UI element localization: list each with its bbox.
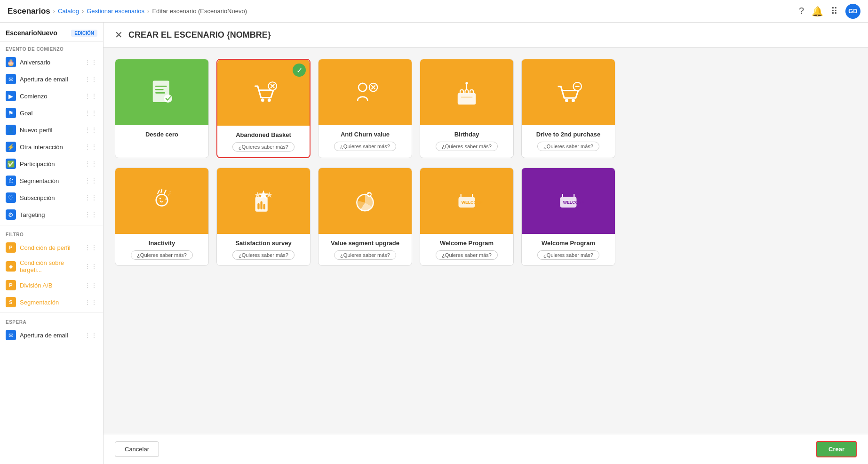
- card-drive-2nd[interactable]: Drive to 2nd purchase ¿Quieres saber más…: [521, 59, 615, 158]
- card-btn-welcome-purple[interactable]: ¿Quieres saber más?: [537, 250, 599, 260]
- sidebar-item-apertura-email[interactable]: ✉ Apertura de email ⋮⋮: [0, 71, 103, 88]
- drag-handle[interactable]: ⋮⋮: [84, 92, 97, 100]
- sep3: ›: [147, 8, 149, 15]
- sidebar-item-espera-apertura[interactable]: ✉ Apertura de email ⋮⋮: [0, 327, 103, 344]
- sidebar-item-subscripcion[interactable]: ♡ Subscripción ⋮⋮: [0, 189, 103, 206]
- card-btn-abandoned[interactable]: ¿Quieres saber más?: [232, 142, 295, 152]
- drag-handle[interactable]: ⋮⋮: [84, 177, 97, 184]
- breadcrumb-catalog[interactable]: Catalog: [58, 8, 79, 15]
- aniversario-icon: 🎂: [6, 57, 16, 67]
- card-image-birthday: [420, 59, 513, 125]
- card-title-value-segment: Value segment upgrade: [324, 240, 406, 247]
- drag-handle[interactable]: ⋮⋮: [84, 281, 97, 289]
- apertura-email-icon: ✉: [6, 74, 16, 84]
- segmentacion2-icon: S: [6, 297, 16, 307]
- card-body-value-segment: Value segment upgrade ¿Quieres saber más…: [319, 234, 412, 265]
- create-button[interactable]: Crear: [816, 441, 857, 457]
- card-inactivity[interactable]: z z z Inactivity ¿Quieres saber más?: [115, 168, 209, 266]
- sidebar-item-condicion-targeting[interactable]: ◆ Condición sobre targeti... ⋮⋮: [0, 256, 103, 277]
- app-title: Escenarios: [8, 7, 50, 16]
- subscripcion-icon: ♡: [6, 192, 16, 203]
- grid-icon[interactable]: ⠿: [831, 6, 838, 17]
- card-title-birthday: Birthday: [426, 131, 508, 138]
- svg-point-4: [164, 94, 172, 103]
- drag-handle[interactable]: ⋮⋮: [84, 75, 97, 83]
- card-satisfaction[interactable]: Satisfaction survey ¿Quieres saber más?: [216, 168, 311, 266]
- sidebar-item-segmentacion1[interactable]: ⏱ Segmentación ⋮⋮: [0, 172, 103, 189]
- card-btn-birthday[interactable]: ¿Quieres saber más?: [436, 142, 498, 151]
- sep2: ›: [82, 8, 84, 15]
- drag-handle[interactable]: ⋮⋮: [84, 109, 97, 117]
- card-btn-inactivity[interactable]: ¿Quieres saber más?: [131, 250, 193, 260]
- svg-rect-1: [155, 86, 167, 87]
- condicion-targeting-label: Condición sobre targeti...: [20, 259, 80, 273]
- svg-point-6: [268, 98, 271, 102]
- top-nav: Escenarios › Catalog › Gestionar escenar…: [0, 0, 868, 23]
- drag-handle[interactable]: ⋮⋮: [84, 160, 97, 168]
- card-image-drive-2nd: [522, 59, 615, 125]
- sidebar-item-aniversario[interactable]: 🎂 Aniversario ⋮⋮: [0, 54, 103, 71]
- card-btn-value-segment[interactable]: ¿Quieres saber más?: [334, 250, 396, 260]
- card-welcome-purple[interactable]: WELCOME Welcome Program ¿Quieres saber m…: [521, 168, 615, 266]
- sidebar-item-comienzo[interactable]: ▶ Comienzo ⋮⋮: [0, 88, 103, 104]
- division-ab-icon: P: [6, 280, 16, 290]
- card-image-inactivity: z z z: [115, 168, 208, 234]
- help-icon[interactable]: ?: [799, 6, 804, 16]
- sidebar-header: EscenarioNuevo EDICIÓN: [0, 23, 103, 42]
- drag-handle[interactable]: ⋮⋮: [84, 58, 97, 66]
- card-btn-welcome-orange[interactable]: ¿Quieres saber más?: [436, 250, 498, 260]
- card-image-welcome-purple: WELCOME: [522, 168, 615, 234]
- user-avatar[interactable]: GD: [845, 4, 860, 19]
- divider2: [0, 312, 103, 313]
- drag-handle[interactable]: ⋮⋮: [84, 244, 97, 251]
- close-button[interactable]: ✕: [115, 29, 123, 40]
- drag-handle[interactable]: ⋮⋮: [84, 211, 97, 218]
- body-layout: EscenarioNuevo EDICIÓN EVENTO DE COMIENZ…: [0, 23, 868, 464]
- drag-handle[interactable]: ⋮⋮: [84, 298, 97, 306]
- cards-row-2: z z z Inactivity ¿Quieres saber más?: [115, 168, 857, 266]
- card-welcome-orange[interactable]: WELCOME Welcome Program ¿Quieres saber m…: [420, 168, 514, 266]
- svg-point-10: [358, 83, 367, 92]
- card-desde-cero[interactable]: Desde cero: [115, 59, 209, 158]
- card-title-satisfaction: Satisfaction survey: [223, 240, 304, 247]
- drag-handle[interactable]: ⋮⋮: [84, 331, 97, 339]
- svg-point-16: [465, 82, 468, 84]
- sidebar-item-targeting[interactable]: ⚙ Targeting ⋮⋮: [0, 206, 103, 223]
- drag-handle[interactable]: ⋮⋮: [84, 126, 97, 134]
- card-body-inactivity: Inactivity ¿Quieres saber más?: [115, 234, 208, 265]
- sidebar-item-participacion[interactable]: ✅ Participación ⋮⋮: [0, 155, 103, 172]
- card-title-drive-2nd: Drive to 2nd purchase: [527, 131, 609, 138]
- card-birthday[interactable]: Birthday ¿Quieres saber más?: [420, 59, 514, 158]
- card-image-desde-cero: [115, 59, 208, 125]
- sidebar-item-nuevo-perfil[interactable]: 👤 Nuevo perfil ⋮⋮: [0, 121, 103, 138]
- card-btn-anti-churn[interactable]: ¿Quieres saber más?: [334, 142, 396, 151]
- comienzo-label: Comienzo: [20, 93, 80, 100]
- card-value-segment[interactable]: Value segment upgrade ¿Quieres saber más…: [318, 168, 412, 266]
- bell-icon[interactable]: 🔔: [812, 6, 823, 17]
- svg-point-18: [565, 99, 568, 102]
- drag-handle[interactable]: ⋮⋮: [84, 263, 97, 270]
- card-abandoned-basket[interactable]: ✓ Abandoned Basket ¿Quieres: [216, 59, 311, 158]
- scenario-name: EscenarioNuevo: [6, 29, 57, 37]
- card-body-birthday: Birthday ¿Quieres saber más?: [420, 125, 513, 157]
- cancel-button[interactable]: Cancelar: [115, 441, 159, 457]
- card-btn-drive-2nd[interactable]: ¿Quieres saber más?: [537, 142, 599, 151]
- sidebar-item-otra-interaccion[interactable]: ⚡ Otra interacción ⋮⋮: [0, 138, 103, 155]
- breadcrumb-gestionar[interactable]: Gestionar escenarios: [87, 8, 144, 15]
- card-btn-satisfaction[interactable]: ¿Quieres saber más?: [232, 250, 295, 260]
- sidebar-item-segmentacion2[interactable]: S Segmentación ⋮⋮: [0, 294, 103, 311]
- sidebar-item-condicion-perfil[interactable]: P Condición de perfil ⋮⋮: [0, 239, 103, 256]
- goal-icon: ⚑: [6, 108, 16, 118]
- selected-check: ✓: [293, 64, 306, 77]
- card-anti-churn[interactable]: Anti Churn value ¿Quieres saber más?: [318, 59, 412, 158]
- goal-label: Goal: [20, 110, 80, 117]
- svg-text:z: z: [169, 191, 171, 194]
- card-title-abandoned: Abandoned Basket: [223, 131, 304, 138]
- svg-point-19: [572, 99, 575, 102]
- drag-handle[interactable]: ⋮⋮: [84, 194, 97, 201]
- targeting-icon: ⚙: [6, 209, 16, 220]
- sidebar-item-goal[interactable]: ⚑ Goal ⋮⋮: [0, 104, 103, 121]
- drag-handle[interactable]: ⋮⋮: [84, 143, 97, 151]
- svg-rect-3: [155, 92, 165, 94]
- sidebar-item-division-ab[interactable]: P División A/B ⋮⋮: [0, 277, 103, 294]
